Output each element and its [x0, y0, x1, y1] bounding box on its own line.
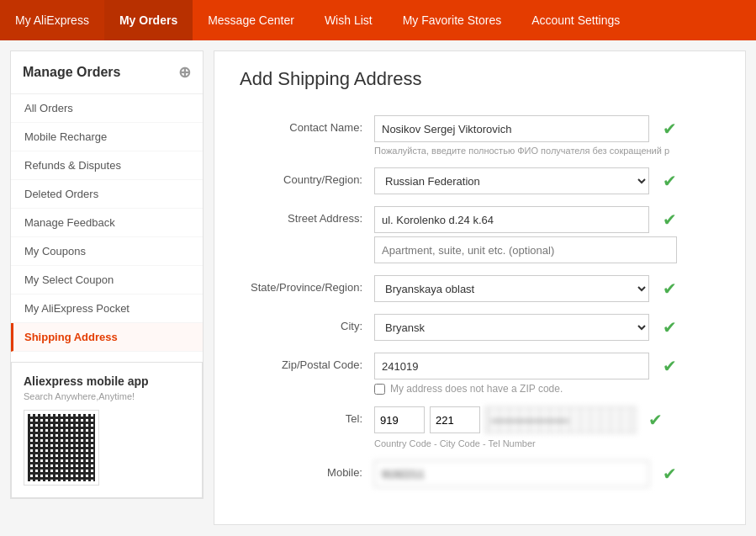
- page-title: Add Shipping Address: [240, 68, 720, 90]
- mobile-input[interactable]: [374, 460, 649, 487]
- city-field-wrap: Bryansk ✔: [374, 314, 677, 341]
- sidebar-item-manage-feedback[interactable]: Manage Feedback: [11, 209, 203, 237]
- zip-field-wrap: ✔ My address does not have a ZIP code.: [374, 353, 677, 395]
- nav-wish-list[interactable]: Wish List: [309, 0, 388, 40]
- country-label: Country/Region:: [240, 167, 374, 186]
- state-field-wrap: Bryanskaya oblast ✔: [374, 275, 677, 302]
- zip-label: Zip/Postal Code:: [240, 353, 374, 371]
- tel-input-row: ✔: [374, 406, 677, 433]
- country-row: Country/Region: Russian Federation ✔: [240, 167, 720, 194]
- nav-account-settings[interactable]: Account Settings: [516, 0, 635, 40]
- no-zip-label: My address does not have a ZIP code.: [390, 383, 563, 395]
- sidebar-item-my-aliexpress-pocket[interactable]: My AliExpress Pocket: [11, 295, 203, 323]
- tel-country-input[interactable]: [374, 406, 425, 433]
- sidebar-item-deleted-orders[interactable]: Deleted Orders: [11, 180, 203, 209]
- street-label: Street Address:: [240, 206, 374, 225]
- zip-checkbox-row: My address does not have a ZIP code.: [374, 383, 677, 395]
- zip-row: Zip/Postal Code: ✔ My address does not h…: [240, 353, 720, 395]
- zip-input[interactable]: [374, 353, 649, 379]
- tel-label: Tel:: [240, 406, 374, 425]
- main-content: Add Shipping Address Contact Name: ✔ Пож…: [214, 50, 746, 525]
- mobile-app-subtitle: Search Anywhere,Anytime!: [24, 391, 190, 401]
- mobile-label: Mobile:: [240, 460, 374, 479]
- street-check-icon: ✔: [663, 210, 677, 230]
- main-layout: Manage Orders ⊕ All Orders Mobile Rechar…: [0, 40, 756, 535]
- tel-field-wrap: ✔ Country Code - City Code - Tel Number: [374, 406, 677, 448]
- contact-name-hint: Пожалуйста, введите полностью ФИО получа…: [374, 146, 677, 156]
- apt-input[interactable]: [374, 236, 677, 263]
- sidebar-item-my-coupons[interactable]: My Coupons: [11, 237, 203, 266]
- collapse-icon[interactable]: ⊕: [178, 63, 191, 82]
- contact-name-check-icon: ✔: [663, 119, 677, 139]
- shipping-address-form: Contact Name: ✔ Пожалуйста, введите полн…: [240, 107, 720, 487]
- country-select[interactable]: Russian Federation: [374, 167, 649, 194]
- sidebar-item-all-orders[interactable]: All Orders: [11, 94, 203, 123]
- street-input[interactable]: [374, 206, 649, 233]
- mobile-check-icon: ✔: [663, 464, 677, 484]
- state-check-icon: ✔: [663, 279, 677, 299]
- tel-number-input[interactable]: [485, 406, 637, 433]
- country-input-row: Russian Federation ✔: [374, 167, 677, 194]
- street-input-row: ✔: [374, 206, 677, 233]
- city-row: City: Bryansk ✔: [240, 314, 720, 341]
- manage-orders-label: Manage Orders: [23, 65, 120, 80]
- tel-row: Tel: ✔ Country Code - City Code - Tel Nu…: [240, 406, 720, 448]
- sidebar: Manage Orders ⊕ All Orders Mobile Rechar…: [10, 50, 204, 499]
- contact-name-input[interactable]: [374, 115, 649, 142]
- city-select[interactable]: Bryansk: [374, 314, 649, 341]
- apt-input-row: [374, 236, 677, 263]
- mobile-app-section: Aliexpress mobile app Search Anywhere,An…: [11, 362, 203, 498]
- sidebar-item-shipping-address[interactable]: Shipping Address: [11, 323, 203, 352]
- zip-check-icon: ✔: [663, 356, 677, 376]
- qr-code-image: [28, 414, 95, 481]
- city-input-row: Bryansk ✔: [374, 314, 677, 341]
- sidebar-item-mobile-recharge[interactable]: Mobile Recharge: [11, 123, 203, 151]
- state-row: State/Province/Region: Bryanskaya oblast…: [240, 275, 720, 302]
- nav-favorite-stores[interactable]: My Favorite Stores: [388, 0, 516, 40]
- country-field-wrap: Russian Federation ✔: [374, 167, 677, 194]
- state-select[interactable]: Bryanskaya oblast: [374, 275, 649, 302]
- mobile-field-wrap: ✔: [374, 460, 677, 487]
- nav-my-orders[interactable]: My Orders: [104, 0, 193, 40]
- tel-hint: Country Code - City Code - Tel Number: [374, 438, 677, 448]
- city-check-icon: ✔: [663, 317, 677, 337]
- contact-name-field-wrap: ✔ Пожалуйста, введите полностью ФИО полу…: [374, 115, 677, 156]
- country-check-icon: ✔: [663, 171, 677, 191]
- zip-input-row: ✔: [374, 353, 677, 379]
- state-label: State/Province/Region:: [240, 275, 374, 294]
- street-row: Street Address: ✔: [240, 206, 720, 263]
- street-field-wrap: ✔: [374, 206, 677, 263]
- tel-check-icon: ✔: [648, 410, 663, 430]
- contact-name-label: Contact Name:: [240, 115, 374, 134]
- qr-code: [24, 410, 99, 486]
- sidebar-item-my-select-coupon[interactable]: My Select Coupon: [11, 266, 203, 295]
- no-zip-checkbox[interactable]: [374, 384, 385, 395]
- nav-my-aliexpress[interactable]: My AliExpress: [0, 0, 104, 40]
- city-label: City:: [240, 314, 374, 332]
- state-input-row: Bryanskaya oblast ✔: [374, 275, 677, 302]
- sidebar-item-refunds-disputes[interactable]: Refunds & Disputes: [11, 151, 203, 180]
- nav-message-center[interactable]: Message Center: [193, 0, 309, 40]
- mobile-app-title: Aliexpress mobile app: [24, 374, 190, 388]
- mobile-row: Mobile: ✔: [240, 460, 720, 487]
- contact-name-row: Contact Name: ✔ Пожалуйста, введите полн…: [240, 115, 720, 156]
- sidebar-header: Manage Orders ⊕: [11, 51, 203, 94]
- tel-city-input[interactable]: [430, 406, 480, 433]
- top-navigation: My AliExpress My Orders Message Center W…: [0, 0, 756, 40]
- mobile-input-row: ✔: [374, 460, 677, 487]
- contact-name-input-row: ✔: [374, 115, 677, 142]
